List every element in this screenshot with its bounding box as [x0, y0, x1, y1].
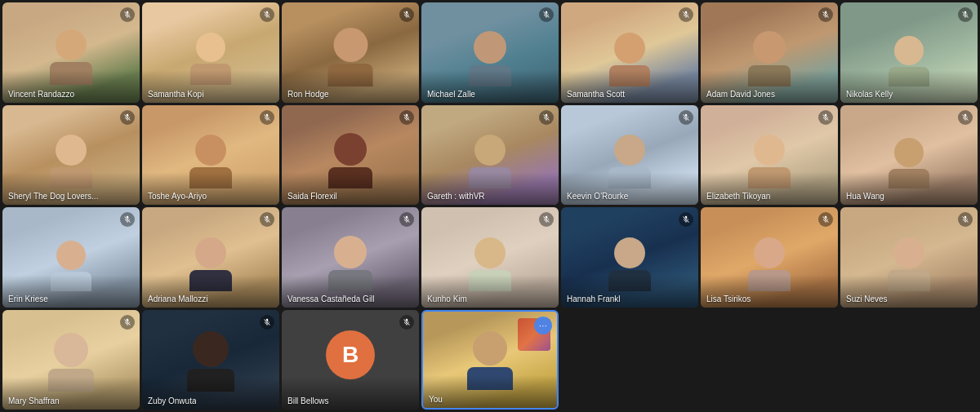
mute-icon: [539, 212, 554, 227]
participant-name: Saida Florexil: [287, 192, 337, 201]
participant-cell[interactable]: Hua Wang: [840, 105, 978, 206]
participant-name: Sheryl The Dog Lovers...: [8, 192, 98, 201]
mute-icon: [399, 212, 414, 227]
participant-cell[interactable]: Saida Florexil: [282, 105, 419, 206]
participant-name: Toshe Ayo-Ariyo: [148, 192, 207, 201]
mute-icon: [539, 110, 554, 125]
mute-icon: [818, 212, 833, 227]
mute-icon: [399, 315, 414, 330]
participant-name: Keevin O'Rourke: [567, 192, 628, 201]
participant-name: Zuby Onwuta: [148, 396, 196, 405]
participant-cell-avatar[interactable]: B Bill Bellows: [282, 310, 419, 410]
mute-icon: [399, 7, 414, 22]
participant-name: Mary Shaffran: [8, 396, 60, 405]
participant-name: Elizabeth Tikoyan: [706, 192, 770, 201]
participant-cell[interactable]: Zuby Onwuta: [142, 310, 279, 410]
participant-cell[interactable]: Toshe Ayo-Ariyo: [142, 105, 279, 206]
more-options-button[interactable]: ···: [534, 317, 552, 334]
participant-cell[interactable]: Keevin O'Rourke: [561, 105, 698, 206]
participant-name: Samantha Kopi: [148, 90, 203, 99]
participant-cell[interactable]: Suzi Neves: [840, 207, 978, 308]
participant-cell[interactable]: Elizabeth Tikoyan: [701, 105, 838, 206]
participant-name: Erin Kriese: [8, 295, 48, 303]
participant-cell[interactable]: Ron Hodge: [282, 2, 419, 103]
participant-cell[interactable]: Nikolas Kelly: [840, 2, 978, 103]
mute-icon: [958, 7, 973, 22]
participant-name: Hannah Frankl: [567, 295, 621, 303]
participant-name: Ron Hodge: [287, 90, 329, 99]
mute-icon: [818, 110, 833, 125]
mute-icon: [679, 212, 693, 227]
mute-icon: [539, 7, 554, 22]
participant-name: Gareth : withVR: [427, 192, 485, 201]
mute-icon: [260, 7, 274, 22]
participant-name: Lisa Tsirikos: [706, 295, 751, 303]
participant-cell[interactable]: Michael Zalle: [421, 2, 559, 103]
mute-icon: [260, 212, 274, 227]
participant-name: Suzi Neves: [846, 295, 888, 303]
participant-cell[interactable]: Adam David Jones: [701, 2, 838, 103]
participant-name: Nikolas Kelly: [846, 90, 893, 99]
participant-cell[interactable]: Sheryl The Dog Lovers...: [2, 105, 140, 206]
participant-name: Hua Wang: [846, 192, 884, 201]
participant-name: Michael Zalle: [427, 90, 475, 99]
participant-cell[interactable]: Kunho Kim: [421, 207, 559, 308]
mute-icon: [260, 110, 274, 125]
mute-icon: [679, 110, 693, 125]
participant-name: Adam David Jones: [706, 90, 775, 99]
participant-cell[interactable]: Mary Shaffran: [2, 310, 140, 410]
participant-cell-you[interactable]: ··· You: [421, 310, 559, 410]
participant-cell[interactable]: Adriana Mallozzi: [142, 207, 279, 308]
participant-cell[interactable]: Gareth : withVR: [421, 105, 559, 206]
mute-icon: [958, 212, 973, 227]
mute-icon: [120, 212, 135, 227]
participant-name: Kunho Kim: [427, 295, 467, 303]
participant-cell[interactable]: Erin Kriese: [2, 207, 140, 308]
mute-icon: [399, 110, 414, 125]
mute-icon: [120, 7, 135, 22]
mute-icon: [120, 110, 135, 125]
participant-name: Vincent Randazzo: [8, 90, 74, 99]
participant-name: Vanessa Castañeda Gill: [287, 295, 375, 303]
participant-cell[interactable]: Hannah Frankl: [561, 207, 698, 308]
participant-name: Samantha Scott: [567, 90, 625, 99]
mute-icon: [679, 7, 693, 22]
mute-icon: [260, 315, 274, 330]
participant-name-you: You: [429, 395, 443, 404]
participant-name: Bill Bellows: [287, 396, 329, 405]
participant-cell[interactable]: Vincent Randazzo: [2, 2, 140, 103]
mute-icon: [818, 7, 833, 22]
participant-avatar: B: [326, 330, 375, 379]
mute-icon: [958, 110, 973, 125]
mute-icon: [120, 315, 135, 330]
participant-cell[interactable]: Vanessa Castañeda Gill: [282, 207, 419, 308]
video-grid: Vincent Randazzo Samantha Kopi Ron Hodge: [0, 0, 980, 412]
participant-cell[interactable]: Samantha Scott: [561, 2, 698, 103]
participant-cell[interactable]: Samantha Kopi: [142, 2, 279, 103]
participant-name: Adriana Mallozzi: [148, 295, 207, 303]
participant-cell[interactable]: Lisa Tsirikos: [701, 207, 838, 308]
